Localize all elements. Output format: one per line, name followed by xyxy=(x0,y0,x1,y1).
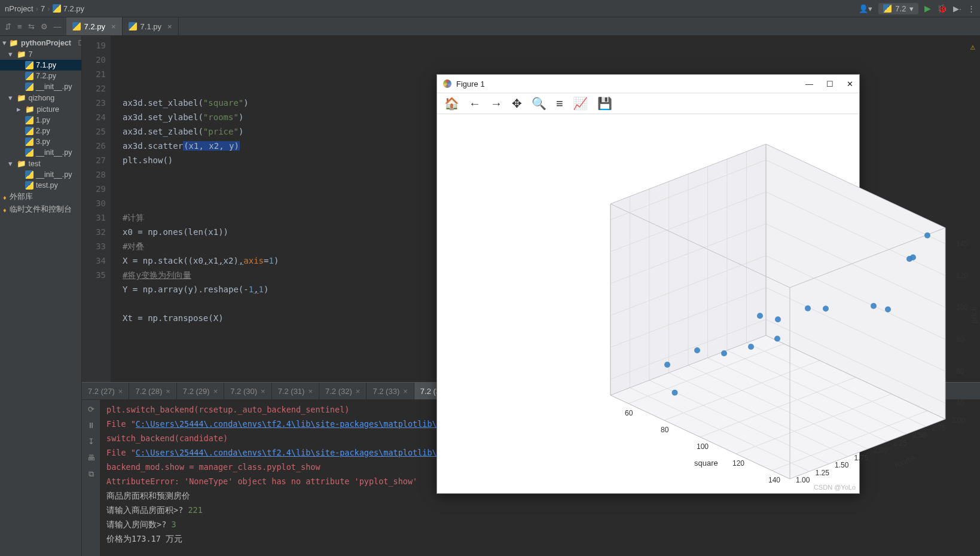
svg-text:140: 140 xyxy=(768,476,780,484)
figure-canvas[interactable]: 60801001201401.001.251.501.752.002.252.5… xyxy=(437,114,859,493)
run-with-coverage-button[interactable]: ▶· xyxy=(953,4,961,13)
run-tab[interactable]: 7.2 (28)× xyxy=(129,383,176,399)
pan-icon[interactable]: ✥ xyxy=(512,96,522,111)
close-tab-icon[interactable]: × xyxy=(308,387,313,396)
run-tab[interactable]: 7.2 (32)× xyxy=(319,383,367,399)
save-icon[interactable]: 💾 xyxy=(597,96,612,111)
tree-extra[interactable]: ⬧ 临时文件和控制台 xyxy=(0,203,81,216)
tree-extra[interactable]: ⬧ 外部库 xyxy=(0,191,81,203)
close-tab-icon[interactable]: × xyxy=(213,387,218,396)
scatter-point xyxy=(805,306,811,311)
svg-text:1.75: 1.75 xyxy=(854,454,869,462)
tree-file[interactable]: 3.py xyxy=(0,136,81,147)
python-icon xyxy=(72,22,81,30)
run-tab[interactable]: 7.2 (30)× xyxy=(224,383,271,399)
maximize-icon[interactable]: ☐ xyxy=(826,80,834,88)
user-icon[interactable]: 👤▾ xyxy=(859,4,872,13)
forward-icon[interactable]: → xyxy=(490,97,502,111)
svg-text:1.00: 1.00 xyxy=(796,476,810,484)
expand-all-icon[interactable]: ⇵ xyxy=(5,22,11,31)
scatter-point xyxy=(775,316,781,322)
svg-text:price: price xyxy=(969,307,978,323)
close-tab-icon[interactable]: × xyxy=(356,387,361,396)
show-options-icon[interactable]: ⇆ xyxy=(28,22,35,31)
edit-icon[interactable]: 📈 xyxy=(573,96,588,111)
warning-icon[interactable]: ⚠ xyxy=(970,39,975,54)
editor-tab[interactable]: 7.1.py× xyxy=(123,17,179,35)
minimize-icon[interactable]: — xyxy=(805,80,813,88)
close-tab-icon[interactable]: × xyxy=(166,387,170,396)
python-icon xyxy=(129,22,137,30)
close-tab-icon[interactable]: × xyxy=(403,387,408,396)
svg-text:140: 140 xyxy=(956,240,968,248)
svg-text:80: 80 xyxy=(661,426,669,434)
tree-file[interactable]: 7.2.py xyxy=(0,71,81,81)
tree-file[interactable]: 2.py xyxy=(0,126,81,136)
crumb-file[interactable]: 7.2.py xyxy=(53,4,84,13)
run-button[interactable]: ▶ xyxy=(924,4,931,13)
crumb-folder[interactable]: 7 xyxy=(41,4,45,13)
tree-folder[interactable]: ▾📁 qizhong xyxy=(0,92,81,103)
zoom-icon[interactable]: 🔍 xyxy=(532,96,547,111)
figure-title: Figure 1 xyxy=(456,80,485,88)
scatter-point xyxy=(910,254,916,260)
tree-file[interactable]: __init__.py xyxy=(0,147,81,158)
crumb-project[interactable]: nProject xyxy=(5,4,33,13)
chevron-down-icon: ▾ xyxy=(909,4,914,13)
tree-file[interactable]: 1.py xyxy=(0,115,81,126)
python-icon xyxy=(25,170,33,179)
svg-text:2.50: 2.50 xyxy=(912,431,927,439)
tree-folder[interactable]: ▾📁 test xyxy=(0,158,81,169)
close-tab-icon[interactable]: × xyxy=(261,387,265,396)
tree-file[interactable]: 7.1.py xyxy=(0,60,81,71)
print-icon[interactable]: 🖶 xyxy=(87,453,95,462)
configure-icon[interactable]: ≡ xyxy=(556,97,563,111)
line-gutter: 19 20 21 22 23 24 25 26 27 28 29 30 31 3… xyxy=(82,36,111,382)
home-icon[interactable]: 🏠 xyxy=(444,96,459,111)
down-icon[interactable]: ↧ xyxy=(88,437,94,446)
tree-folder[interactable]: ▸📁 picture xyxy=(0,103,81,115)
figure-titlebar[interactable]: Figure 1 — ☐ ✕ xyxy=(437,75,859,93)
figure-window[interactable]: Figure 1 — ☐ ✕ 🏠 ← → ✥ 🔍 ≡ 📈 💾 608010012… xyxy=(436,74,860,494)
close-tab-icon[interactable]: × xyxy=(167,22,172,31)
svg-text:40: 40 xyxy=(956,399,964,407)
run-side-toolbar: ⟳ ⏸ ↧ 🖶 ⧉ xyxy=(82,400,100,556)
run-tab[interactable]: 7.2 (31)× xyxy=(272,383,319,399)
svg-text:100: 100 xyxy=(697,442,709,451)
scatter-point xyxy=(748,344,754,350)
tree-folder[interactable]: ▾📁 7 xyxy=(0,48,81,60)
scatter-point xyxy=(757,313,763,319)
debug-button[interactable]: 🐞 xyxy=(937,4,947,13)
run-tab[interactable]: 7.2 (29)× xyxy=(177,383,224,399)
scatter-point xyxy=(664,362,670,368)
tree-root[interactable]: ▾📁 pythonProject D: xyxy=(0,37,81,48)
close-tab-icon[interactable]: × xyxy=(118,387,123,396)
python-icon xyxy=(53,4,61,13)
run-tab[interactable]: 7.2 (33)× xyxy=(367,383,414,399)
file-link[interactable]: C:\Users\25444\.conda\envs\tf2.4\lib\sit… xyxy=(136,419,481,429)
python-icon xyxy=(25,83,33,91)
hide-icon[interactable]: — xyxy=(54,22,62,31)
tree-file[interactable]: test.py xyxy=(0,180,81,191)
run-tab[interactable]: 7.2 (27)× xyxy=(82,383,129,399)
stop-icon[interactable]: ⏸ xyxy=(87,421,95,430)
svg-text:120: 120 xyxy=(956,271,968,280)
chevron-right-icon: › xyxy=(36,4,38,13)
link-icon[interactable]: ⧉ xyxy=(88,469,94,479)
rerun-icon[interactable]: ⟳ xyxy=(88,405,94,414)
close-tab-icon[interactable]: × xyxy=(111,22,116,31)
settings-icon[interactable]: ⚙ xyxy=(41,22,48,31)
run-config-selector[interactable]: 7.2 ▾ xyxy=(878,3,918,14)
python-icon xyxy=(25,181,33,190)
svg-text:80: 80 xyxy=(956,335,964,344)
editor-tab[interactable]: 7.2.py× xyxy=(66,17,123,35)
tree-file[interactable]: __init__.py xyxy=(0,169,81,180)
file-link[interactable]: C:\Users\25444\.conda\envs\tf2.4\lib\sit… xyxy=(136,448,481,457)
scatter-point xyxy=(885,307,891,313)
more-run-options-button[interactable]: ⋮ xyxy=(967,4,975,13)
collapse-all-icon[interactable]: ≡ xyxy=(17,22,22,31)
tree-file[interactable]: __init__.py xyxy=(0,81,81,92)
back-icon[interactable]: ← xyxy=(469,97,481,111)
close-icon[interactable]: ✕ xyxy=(847,80,853,88)
scatter-point xyxy=(672,390,678,396)
